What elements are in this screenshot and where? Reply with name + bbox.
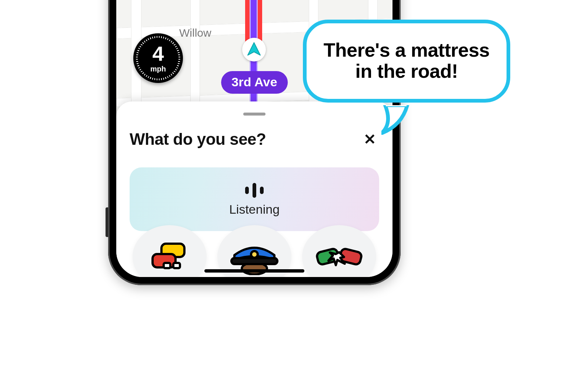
close-button[interactable]: ✕ <box>361 130 379 149</box>
report-traffic-button[interactable] <box>133 225 207 277</box>
speed-value: 4 <box>152 43 164 64</box>
callout-line2: in the road! <box>355 60 458 82</box>
report-crash-button[interactable] <box>302 225 376 277</box>
road <box>190 0 200 108</box>
speed-unit: mph <box>150 65 166 73</box>
svg-rect-3 <box>173 263 180 268</box>
voice-listening-button[interactable]: Listening <box>130 167 379 231</box>
close-icon: ✕ <box>364 131 376 147</box>
svg-rect-2 <box>164 263 170 268</box>
equalizer-icon <box>245 182 264 198</box>
speech-bubble: There's a mattress in the road! <box>303 20 510 103</box>
traffic-icon <box>147 240 192 273</box>
report-sheet: What do you see? ✕ Listening <box>116 101 392 277</box>
svg-point-6 <box>251 251 258 258</box>
street-label-willow: Willow <box>179 27 211 39</box>
svg-rect-5 <box>231 258 277 264</box>
current-location-marker <box>242 38 266 61</box>
sheet-grabber[interactable] <box>243 113 265 116</box>
listening-label: Listening <box>229 202 280 217</box>
callout-line1: There's a mattress <box>324 39 490 61</box>
crash-icon <box>315 239 363 274</box>
home-indicator <box>204 269 304 273</box>
current-street-badge: 3rd Ave <box>221 71 288 94</box>
sheet-title: What do you see? <box>130 130 266 149</box>
speedometer: 4 mph <box>133 33 183 83</box>
location-arrow-icon <box>246 42 262 57</box>
